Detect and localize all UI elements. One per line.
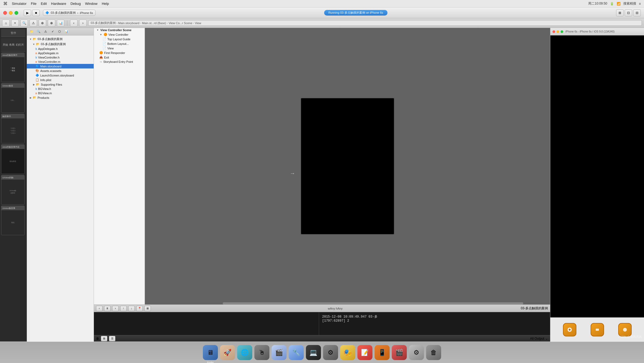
breadcrumb-item-3[interactable]: Main.st...rd (Base) bbox=[142, 21, 166, 25]
nav-item-viewcontroller-h[interactable]: h ViewController.h bbox=[27, 55, 94, 60]
dock-item-xcode[interactable]: 🔧 bbox=[289, 345, 304, 360]
nav-item-group[interactable]: ▼ 📂 03-多点触摸的案例 bbox=[27, 42, 94, 47]
scene-item-toplayout[interactable]: 📄 Top Layout Guide bbox=[94, 37, 145, 41]
breadcrumb-item-5[interactable]: View bbox=[195, 21, 201, 25]
toolbar-add[interactable]: + bbox=[11, 20, 19, 27]
close-button[interactable] bbox=[3, 11, 7, 15]
dock-item-keynote[interactable]: 📝 bbox=[357, 345, 372, 360]
dock-item-safari[interactable]: 🌐 bbox=[237, 345, 252, 360]
stop-button[interactable]: ■ bbox=[32, 10, 40, 16]
breadcrumb-item-2[interactable]: Main.storyboard bbox=[118, 21, 140, 25]
assistant-toggle[interactable]: ⊡ bbox=[625, 9, 632, 16]
thumb-tool-3[interactable]: 幻灯片 bbox=[16, 43, 24, 47]
sim-control-btn-1[interactable] bbox=[563, 323, 576, 336]
nav-icon-debug[interactable]: ⬡ bbox=[57, 29, 62, 34]
dock-item-system[interactable]: ⚙ bbox=[409, 345, 424, 360]
thumbnail-item-6[interactable]: Uiview触发事 预览 bbox=[1, 206, 25, 235]
nav-item-main-storyboard[interactable]: 🔷 Main.storyboard bbox=[27, 64, 94, 68]
toolbar-reports[interactable]: 📊 bbox=[57, 20, 64, 27]
all-output-label[interactable]: All Output bbox=[530, 337, 544, 340]
storyboard-canvas-area[interactable]: → bbox=[145, 28, 550, 304]
breadcrumb-item-4[interactable]: View Co...r Scene bbox=[169, 21, 192, 25]
nav-item-appdelegate-h[interactable]: h AppDelegate.h bbox=[27, 47, 94, 51]
sim-maximize-btn[interactable] bbox=[561, 30, 563, 33]
canvas-btn-split[interactable]: ⊞ bbox=[144, 306, 151, 311]
sim-control-btn-3[interactable] bbox=[618, 323, 632, 336]
thumbnail-item-1[interactable]: view的触发事件 * 界面 * 预览 bbox=[1, 53, 25, 82]
nav-icon-search[interactable]: 🔍 bbox=[36, 29, 41, 34]
all-output-chevron[interactable]: ⌄ bbox=[545, 337, 548, 340]
menubar-menu-icon[interactable]: ≡ bbox=[639, 2, 641, 6]
nav-item-infoplist[interactable]: 📋 Info.plist bbox=[27, 78, 94, 82]
canvas-scrollbar-h[interactable] bbox=[223, 302, 523, 304]
scene-item-storyboard-entry[interactable]: → Storyboard Entry Point bbox=[94, 60, 145, 64]
scene-item-firstresponder[interactable]: 🟠 First Responder bbox=[94, 50, 145, 55]
thumbnail-item-4[interactable]: view的触发事件处 暗色界面 bbox=[1, 144, 25, 174]
nav-item-appdelegate-m[interactable]: m AppDelegate.m bbox=[27, 51, 94, 55]
debug-view-btn2[interactable]: ☰ bbox=[109, 336, 115, 341]
scene-item-viewcontroller[interactable]: ▼ 🟠 View Controller bbox=[94, 32, 145, 37]
scene-item-exit[interactable]: 📤 Exit bbox=[94, 55, 145, 60]
dock-item-terminal[interactable]: 💻 bbox=[306, 345, 321, 360]
debug-console[interactable]: 2015-12-08 10:09:49.947 03-多 [1797:62897… bbox=[319, 312, 550, 335]
nav-item-project[interactable]: ▼ 📂 03-多点触摸的案例 bbox=[27, 37, 94, 42]
sim-close-btn[interactable] bbox=[552, 30, 555, 33]
dock-item-mouse[interactable]: 🖱 bbox=[254, 345, 269, 360]
canvas-btn-back[interactable]: ‹ bbox=[96, 306, 103, 311]
dock-item-settings[interactable]: ⚙ bbox=[323, 345, 338, 360]
menubar-debug[interactable]: Debug bbox=[71, 2, 81, 6]
breadcrumb-item-1[interactable]: 03-多点触摸的案例 bbox=[91, 21, 116, 25]
nav-item-bgview-h[interactable]: h BGView.h bbox=[27, 87, 94, 91]
menubar-window[interactable]: Window bbox=[85, 2, 97, 6]
maximize-button[interactable] bbox=[14, 11, 18, 15]
canvas-btn-down[interactable]: ↓ bbox=[128, 306, 135, 311]
scene-item-view[interactable]: 📄 View bbox=[94, 46, 145, 50]
thumbnail-item-3[interactable]: 触摸事件 * 内容1* 内容2* 内容3 bbox=[1, 114, 25, 143]
scene-item-bottomlayout[interactable]: 📄 Bottom Layout... bbox=[94, 41, 145, 46]
dock-item-sketch[interactable]: 🎭 bbox=[340, 345, 355, 360]
canvas-btn-location[interactable]: 📍 bbox=[136, 306, 143, 311]
nav-icon-warning[interactable]: ⚠ bbox=[43, 29, 48, 34]
sim-control-btn-2[interactable] bbox=[591, 323, 604, 336]
sim-minimize-btn[interactable] bbox=[557, 30, 559, 33]
device-frame[interactable] bbox=[301, 98, 394, 235]
nav-icon-test[interactable]: ✓ bbox=[50, 29, 55, 34]
menubar-simulator[interactable]: Simulator bbox=[12, 2, 27, 6]
dock-item-video[interactable]: 🎬 bbox=[392, 345, 407, 360]
nav-item-assets[interactable]: 🎨 Assets.xcassets bbox=[27, 68, 94, 73]
menubar-help[interactable]: Help bbox=[102, 2, 109, 6]
utilities-toggle[interactable]: ⊟ bbox=[633, 9, 641, 16]
nav-item-bgview-m[interactable]: m BGView.m bbox=[27, 91, 94, 95]
thumb-tool-2[interactable]: 布局 bbox=[9, 43, 14, 47]
debug-view-btn1[interactable]: ⊞ bbox=[101, 336, 107, 341]
minimize-button[interactable] bbox=[9, 11, 13, 15]
debug-trash-icon[interactable]: 🗑 bbox=[96, 337, 99, 340]
dock-item-imovie[interactable]: 🎬 bbox=[272, 345, 287, 360]
scene-item-title[interactable]: ▼ View Controller Scene bbox=[94, 28, 145, 32]
toolbar-nav-back[interactable]: ‹ bbox=[70, 20, 78, 27]
canvas-btn-up[interactable]: ↑ bbox=[120, 306, 127, 311]
canvas-btn-pause[interactable]: ⏸ bbox=[104, 306, 111, 311]
dock-item-finder[interactable]: 🖥 Finder bbox=[203, 345, 218, 360]
dock-item-trash[interactable]: 🗑 bbox=[426, 345, 441, 360]
thumb-tool-1[interactable]: 开始 bbox=[3, 43, 8, 47]
nav-item-launchscreen[interactable]: 🔷 LaunchScreen.storyboard bbox=[27, 73, 94, 78]
toolbar-search[interactable]: 🔍 bbox=[20, 20, 28, 27]
dock-item-launchpad[interactable]: 🚀 bbox=[220, 345, 235, 360]
nav-item-supporting[interactable]: ▶ 📂 Supporting Files bbox=[27, 82, 94, 87]
nav-item-products[interactable]: ▶ 📂 Products bbox=[27, 95, 94, 100]
menubar-search[interactable]: 搜索精搜 bbox=[623, 1, 636, 6]
run-button[interactable]: ▶ bbox=[24, 10, 31, 16]
menubar-hardware[interactable]: Hardware bbox=[51, 2, 66, 6]
thumbnail-item-5[interactable]: UIView的触 UIView触发事件 bbox=[1, 175, 25, 205]
nav-icon-folder[interactable]: 📁 bbox=[29, 29, 34, 34]
thumbnail-item-2[interactable]: Uiview触发 Ultr... bbox=[1, 83, 25, 113]
toolbar-home[interactable]: ⌂ bbox=[2, 20, 10, 27]
menubar-file[interactable]: File bbox=[31, 2, 36, 6]
toolbar-symbols[interactable]: ⊛ bbox=[39, 20, 46, 27]
nav-icon-report[interactable]: 📊 bbox=[64, 29, 69, 34]
toolbar-nav-forward[interactable]: › bbox=[79, 20, 87, 27]
canvas-btn-forward[interactable]: › bbox=[112, 306, 119, 311]
dock-item-apps[interactable]: 📱 bbox=[375, 345, 390, 360]
toolbar-issues[interactable]: ⚠ bbox=[30, 20, 37, 27]
